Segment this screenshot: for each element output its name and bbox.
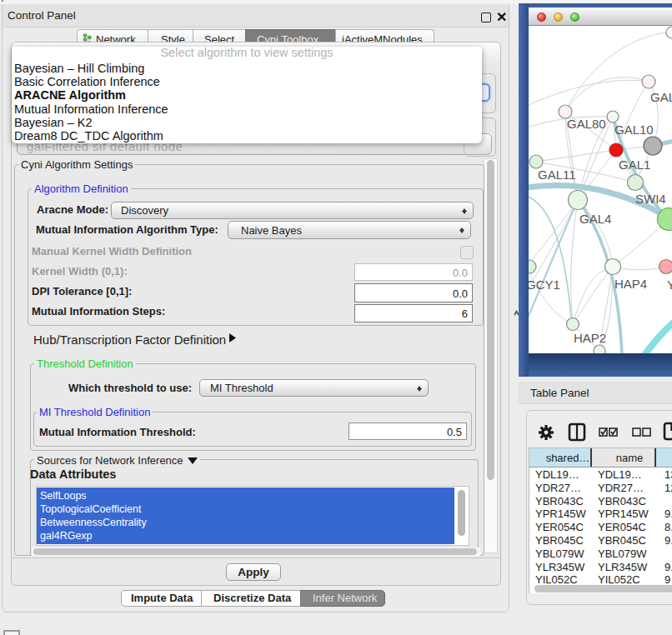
svg-text:HAP4: HAP4 xyxy=(614,277,647,291)
svg-text:GAL7: GAL7 xyxy=(650,90,672,104)
svg-text:GAL4: GAL4 xyxy=(579,212,611,226)
svg-text:GAL11: GAL11 xyxy=(538,168,576,182)
svg-text:Y: Y xyxy=(667,278,672,292)
svg-text:GAL1: GAL1 xyxy=(619,158,650,172)
svg-text:GCY1: GCY1 xyxy=(529,278,560,292)
svg-text:SWI4: SWI4 xyxy=(635,192,666,206)
svg-text:GAL10: GAL10 xyxy=(614,122,654,137)
svg-text:GAL80: GAL80 xyxy=(567,117,606,131)
svg-text:HAP2: HAP2 xyxy=(574,331,606,345)
